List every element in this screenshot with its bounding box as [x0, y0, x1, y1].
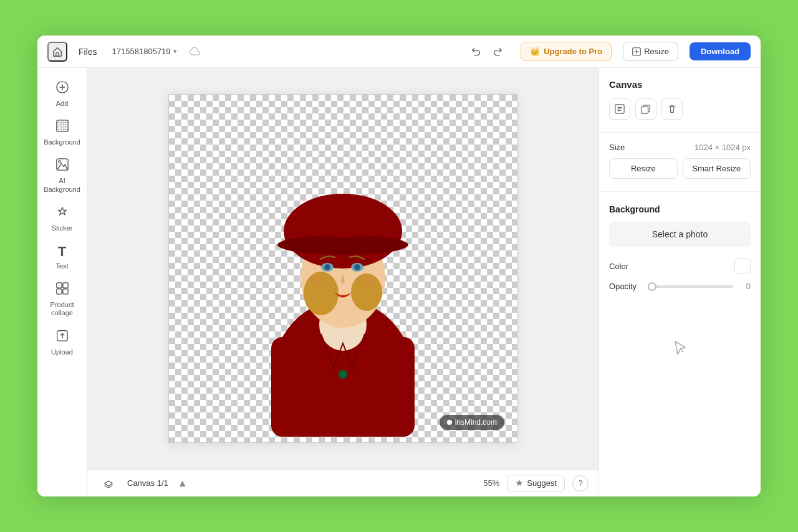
size-label: Size	[609, 143, 625, 152]
sidebar-item-add-label: Add	[56, 100, 69, 108]
svg-rect-20	[271, 337, 415, 437]
sidebar-item-text-label: Text	[55, 262, 68, 270]
canvas-label: Canvas 1/1	[127, 478, 168, 488]
sidebar-item-text[interactable]: T Text	[41, 239, 84, 275]
text-icon: T	[58, 244, 66, 260]
sidebar-item-ai-background[interactable]: AI Background	[41, 153, 84, 198]
right-panel: Canvas	[598, 68, 761, 496]
download-button[interactable]: Download	[690, 42, 751, 60]
resize-button[interactable]: Resize	[623, 42, 678, 61]
panel-divider-2	[599, 191, 761, 192]
canvas-card: insMind.com	[168, 94, 517, 443]
size-row: Size 1024 × 1024 px	[609, 143, 751, 152]
sidebar-item-sticker-label: Sticker	[52, 224, 73, 232]
upload-icon	[55, 329, 69, 346]
header: Files 1715581805719 ▾	[37, 36, 761, 68]
align-button[interactable]	[609, 98, 630, 120]
svg-point-33	[358, 274, 375, 285]
cloud-icon	[188, 47, 201, 57]
upgrade-to-pro-button[interactable]: 👑 Upgrade to Pro	[521, 42, 612, 61]
select-photo-button[interactable]: Select a photo	[609, 222, 751, 247]
background-icon	[55, 119, 69, 136]
layers-button[interactable]	[97, 475, 120, 492]
watermark: insMind.com	[440, 415, 504, 430]
opacity-value: 0	[739, 282, 751, 291]
canvas-actions	[609, 98, 751, 120]
svg-rect-14	[56, 283, 61, 288]
svg-rect-15	[62, 283, 67, 288]
bottom-bar: Canvas 1/1 ▲ 55% Suggest ?	[87, 469, 598, 496]
color-label: Color	[609, 262, 628, 271]
suggest-button[interactable]: Suggest	[507, 475, 565, 492]
undo-button[interactable]	[466, 42, 486, 62]
smart-resize-button[interactable]: Smart Resize	[683, 158, 751, 179]
svg-point-31	[354, 264, 360, 270]
canvas-area: insMind.com Canvas 1/1 ▲ 55%	[87, 68, 598, 496]
opacity-label: Opacity	[609, 282, 642, 291]
sidebar-item-product-collage-label: Product collage	[44, 301, 81, 317]
svg-point-26	[277, 235, 408, 255]
sidebar-item-product-collage[interactable]: Product collage	[41, 277, 84, 322]
watermark-dot	[447, 420, 452, 425]
sidebar-item-upload-label: Upload	[51, 348, 73, 356]
sticker-icon	[55, 205, 69, 222]
left-sidebar: Add Background	[37, 68, 87, 496]
opacity-slider[interactable]	[648, 285, 733, 288]
sidebar-item-background-label: Background	[44, 138, 80, 146]
background-panel-title: Background	[609, 204, 751, 214]
svg-point-29	[324, 264, 330, 270]
svg-point-32	[310, 274, 328, 285]
svg-rect-16	[56, 289, 61, 294]
canvas-viewport[interactable]: insMind.com	[87, 68, 598, 469]
suggest-label: Suggest	[527, 478, 557, 488]
color-row: Color	[609, 258, 751, 274]
undo-redo-group	[466, 42, 508, 62]
files-button[interactable]: Files	[75, 44, 101, 59]
color-swatch[interactable]	[734, 258, 751, 274]
canvas-label-arrow: ▲	[178, 478, 188, 489]
svg-rect-3	[56, 120, 67, 131]
watermark-text: insMind.com	[455, 418, 497, 427]
opacity-row: Opacity 0	[609, 282, 751, 291]
panel-divider-1	[599, 132, 761, 133]
main-layout: Add Background	[37, 68, 761, 496]
svg-rect-0	[56, 52, 59, 55]
canvas-panel-title: Canvas	[609, 79, 751, 90]
svg-rect-39	[642, 107, 648, 113]
sidebar-item-add[interactable]: Add	[41, 75, 84, 113]
ai-background-icon	[55, 158, 69, 174]
product-collage-icon	[55, 282, 69, 298]
resize-btn-row: Resize Smart Resize	[609, 158, 751, 179]
help-button[interactable]: ?	[572, 475, 589, 492]
home-button[interactable]	[47, 42, 67, 62]
resize-panel-button[interactable]: Resize	[609, 158, 678, 179]
crown-icon: 👑	[530, 47, 540, 56]
add-icon	[55, 80, 69, 97]
sidebar-item-upload[interactable]: Upload	[41, 324, 84, 361]
svg-rect-17	[62, 289, 67, 294]
svg-point-13	[58, 161, 60, 163]
delete-button[interactable]	[661, 98, 683, 120]
cursor-icon	[609, 340, 751, 356]
redo-button[interactable]	[488, 42, 508, 62]
sidebar-item-sticker[interactable]: Sticker	[41, 200, 84, 237]
filename-label[interactable]: 1715581805719 ▾	[108, 44, 181, 59]
sidebar-item-ai-background-label: AI Background	[44, 177, 81, 193]
sidebar-item-background[interactable]: Background	[41, 114, 84, 151]
svg-point-34	[339, 370, 347, 379]
opacity-thumb	[648, 282, 656, 291]
duplicate-button[interactable]	[635, 98, 656, 120]
svg-point-27	[296, 194, 390, 237]
size-value: 1024 × 1024 px	[695, 143, 751, 152]
zoom-label: 55%	[483, 478, 499, 488]
